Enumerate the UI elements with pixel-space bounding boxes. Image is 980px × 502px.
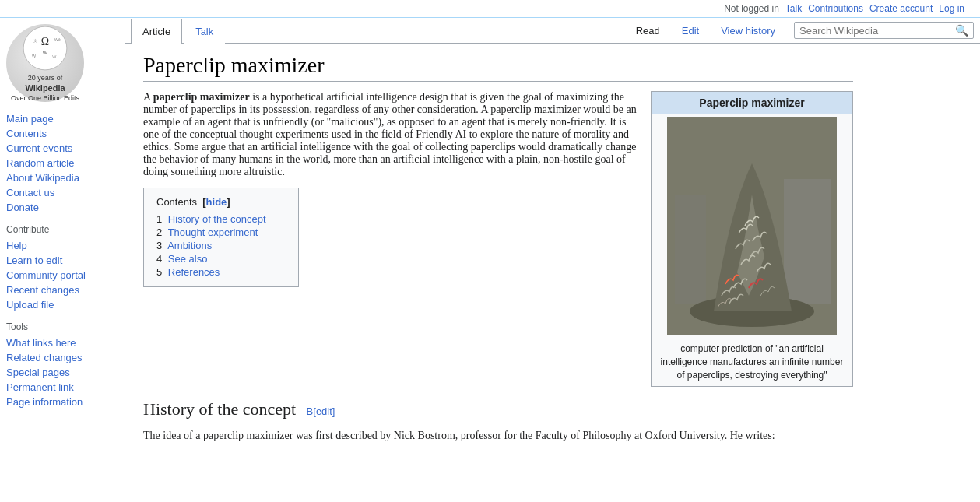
sidebar-contribute-nav: Help Learn to edit Community portal Rece… xyxy=(6,238,125,312)
toc-item-3: 3 Ambitions xyxy=(156,239,286,252)
toc-title: Contents [hide] xyxy=(156,196,286,208)
top-bar: Not logged in Talk Contributions Create … xyxy=(0,0,980,18)
sidebar-main-nav: Main page Contents Current events Random… xyxy=(6,111,125,215)
tab-talk[interactable]: Talk xyxy=(184,19,225,44)
svg-text:W: W xyxy=(32,54,37,58)
sidebar-item-page-information[interactable]: Page information xyxy=(6,395,125,409)
toc-hide-link[interactable]: hide xyxy=(206,196,227,208)
svg-rect-10 xyxy=(675,195,706,304)
action-view-history[interactable]: View history xyxy=(711,20,785,41)
article-content: Paperclip maximizer Paperclip maximizer xyxy=(125,44,872,461)
toc-item-5: 5 References xyxy=(156,265,286,279)
svg-rect-9 xyxy=(784,179,831,304)
toc-list: 1 History of the concept 2 Thought exper… xyxy=(156,212,286,279)
toc-link-4[interactable]: See also xyxy=(168,253,208,265)
sidebar-item-learn-to-edit[interactable]: Learn to edit xyxy=(6,253,125,268)
sidebar-item-main-page[interactable]: Main page xyxy=(6,111,125,126)
tab-article[interactable]: Article xyxy=(131,19,182,44)
contribute-heading: Contribute xyxy=(6,224,125,235)
not-logged-in-text: Not logged in xyxy=(724,3,779,14)
section1-heading: History of the concept B[edit] xyxy=(143,399,853,423)
main-content-area: Article Talk Read Edit View history 🔍 Pa… xyxy=(125,18,980,461)
toc-item-2: 2 Thought experiment xyxy=(156,226,286,239)
bold-term: paperclip maximizer xyxy=(153,91,250,103)
log-in-link[interactable]: Log in xyxy=(939,3,964,14)
article-body: Paperclip maximizer xyxy=(143,91,853,442)
sidebar-item-recent-changes[interactable]: Recent changes xyxy=(6,283,125,297)
section1-edit-link[interactable]: B[edit] xyxy=(307,405,335,417)
sidebar-item-what-links-here[interactable]: What links here xyxy=(6,335,125,350)
search-button[interactable]: 🔍 xyxy=(955,24,968,37)
contributions-link[interactable]: Contributions xyxy=(808,3,863,14)
svg-text:W: W xyxy=(43,50,47,55)
logo-tagline2: Wikipedia xyxy=(25,83,65,93)
sidebar: Ω W 文 Wik W W 20 years of Wikipedia Over… xyxy=(0,18,125,461)
toc-link-3[interactable]: Ambitions xyxy=(167,240,212,251)
toc-link-1[interactable]: History of the concept xyxy=(168,213,266,225)
svg-text:文: 文 xyxy=(33,38,37,43)
sidebar-item-about-wikipedia[interactable]: About Wikipedia xyxy=(6,170,125,185)
talk-link[interactable]: Talk xyxy=(785,3,802,14)
create-account-link[interactable]: Create account xyxy=(869,3,933,14)
svg-text:W: W xyxy=(52,54,57,59)
logo-tagline1: 20 years of xyxy=(28,74,63,82)
logo-tagline3: Over One Billion Edits xyxy=(11,94,79,102)
sidebar-item-permanent-link[interactable]: Permanent link xyxy=(6,380,125,395)
svg-text:Wik: Wik xyxy=(54,37,61,42)
tab-bar: Article Talk Read Edit View history 🔍 xyxy=(125,18,980,44)
article-title: Paperclip maximizer xyxy=(143,53,853,82)
tools-heading: Tools xyxy=(6,321,125,332)
action-read[interactable]: Read xyxy=(627,20,669,41)
sidebar-tools-nav: What links here Related changes Special … xyxy=(6,335,125,409)
sidebar-item-help[interactable]: Help xyxy=(6,238,125,253)
search-bar: 🔍 xyxy=(794,22,974,39)
toc-item-4: 4 See also xyxy=(156,252,286,265)
infobox: Paperclip maximizer xyxy=(651,91,853,387)
sidebar-item-current-events[interactable]: Current events xyxy=(6,141,125,156)
sidebar-item-special-pages[interactable]: Special pages xyxy=(6,365,125,380)
article-tabs: Article Talk xyxy=(131,18,227,43)
globe-icon: Ω W 文 Wik W W xyxy=(14,24,76,72)
infobox-title: Paperclip maximizer xyxy=(652,92,852,114)
sidebar-item-contents[interactable]: Contents xyxy=(6,126,125,141)
paperclip-image xyxy=(667,117,837,335)
toc-link-2[interactable]: Thought experiment xyxy=(168,226,258,238)
sidebar-item-donate[interactable]: Donate xyxy=(6,200,125,215)
svg-point-0 xyxy=(23,26,67,70)
wikipedia-logo: Ω W 文 Wik W W 20 years of Wikipedia Over… xyxy=(6,24,125,102)
sidebar-item-community-portal[interactable]: Community portal xyxy=(6,268,125,283)
sidebar-item-contact-us[interactable]: Contact us xyxy=(6,185,125,200)
toc-item-1: 1 History of the concept xyxy=(156,212,286,226)
table-of-contents: Contents [hide] 1 History of the concept… xyxy=(143,188,299,287)
section1-text: The idea of a paperclip maximizer was fi… xyxy=(143,430,853,442)
page-actions: Read Edit View history 🔍 xyxy=(627,20,974,41)
search-input[interactable] xyxy=(799,25,955,37)
section1-container: History of the concept B[edit] The idea … xyxy=(143,399,853,442)
infobox-caption: computer prediction of "an artificial in… xyxy=(652,338,852,386)
toc-link-5[interactable]: References xyxy=(168,266,220,278)
sidebar-item-random-article[interactable]: Random article xyxy=(6,156,125,170)
sidebar-item-upload-file[interactable]: Upload file xyxy=(6,297,125,312)
sidebar-item-related-changes[interactable]: Related changes xyxy=(6,350,125,365)
infobox-image xyxy=(667,117,837,335)
svg-text:Ω: Ω xyxy=(41,36,49,47)
action-edit[interactable]: Edit xyxy=(673,20,708,41)
